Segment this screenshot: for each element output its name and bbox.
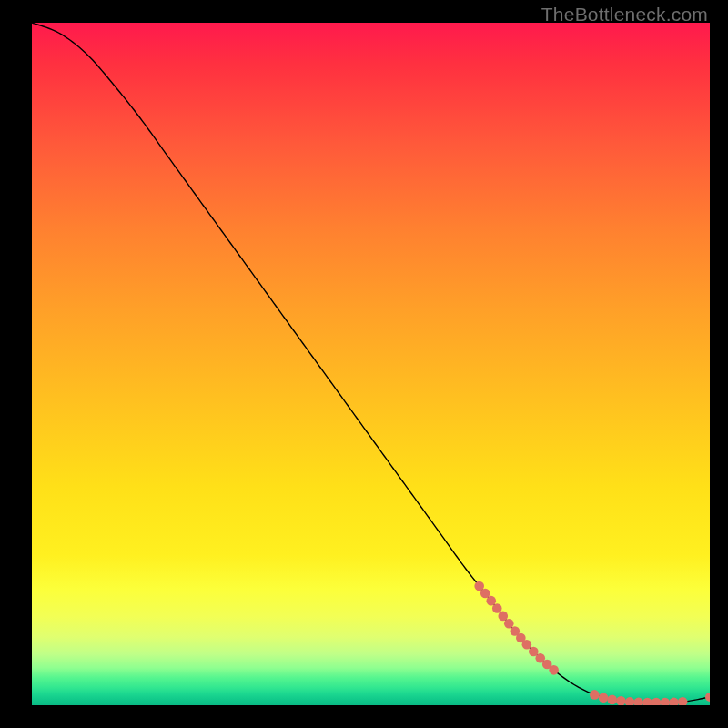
- curve-marker: [590, 690, 600, 700]
- curve-marker: [669, 698, 679, 705]
- chart-svg: [32, 23, 710, 705]
- bottleneck-curve: [32, 23, 710, 703]
- curve-marker: [652, 698, 662, 705]
- curve-marker: [549, 665, 559, 675]
- curve-marker: [678, 697, 688, 705]
- curve-end-marker: [705, 693, 710, 702]
- curve-marker: [498, 612, 508, 622]
- curve-marker: [642, 698, 652, 705]
- curve-marker: [522, 640, 532, 650]
- curve-marker: [599, 693, 609, 703]
- plot-area: [32, 23, 710, 705]
- chart-frame: TheBottleneck.com: [0, 0, 728, 728]
- marker-group: [474, 581, 710, 705]
- curve-marker: [625, 697, 635, 705]
- curve-marker: [486, 596, 496, 606]
- curve-marker: [633, 698, 643, 705]
- curve-marker: [492, 603, 502, 613]
- curve-marker: [616, 696, 626, 705]
- watermark-text: TheBottleneck.com: [541, 4, 708, 25]
- curve-marker: [661, 698, 671, 705]
- curve-marker: [607, 695, 617, 705]
